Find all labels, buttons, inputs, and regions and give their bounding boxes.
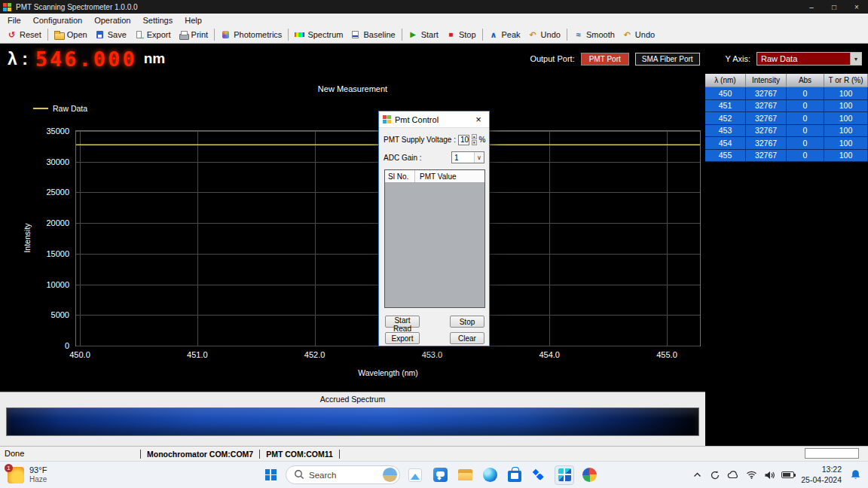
smooth-button[interactable]: Smooth: [570, 29, 619, 41]
com-status-panels: Monochromator COM:COM7 PMT COM:COM11: [140, 447, 340, 461]
taskbar-icon-spectrometer-app[interactable]: [579, 465, 599, 485]
spectrum-button[interactable]: Spectrum: [291, 29, 347, 41]
save-button[interactable]: Save: [91, 29, 130, 41]
adc-gain-dropdown[interactable]: 1: [451, 151, 484, 163]
reset-button[interactable]: Reset: [3, 29, 45, 41]
undo-icon: [622, 30, 632, 39]
y-axis-dropdown-value: Raw Data: [761, 54, 797, 63]
tray-volume-icon[interactable]: [763, 468, 776, 482]
dropbox-icon: [533, 469, 546, 481]
taskbar-icon-edge[interactable]: [480, 465, 500, 485]
pmt-com-status: PMT COM:COM11: [259, 450, 340, 459]
start-read-button[interactable]: Start Read: [385, 316, 420, 328]
column-header[interactable]: Abs: [787, 74, 824, 87]
chevron-down-icon[interactable]: [474, 152, 484, 163]
taskbar-icon-active-app[interactable]: [555, 465, 574, 485]
taskbar-icon-chat[interactable]: [430, 465, 450, 485]
menu-item-help[interactable]: Help: [179, 15, 208, 26]
tray-chevron-up-icon[interactable]: [690, 468, 704, 482]
stop-button[interactable]: Stop: [450, 316, 484, 328]
column-header[interactable]: T or R (%): [824, 74, 868, 87]
search-input[interactable]: Search: [286, 465, 400, 484]
table-row[interactable]: 454327670100: [705, 137, 868, 150]
y-axis-title: Intensity: [23, 223, 32, 252]
sma-fiber-port-button[interactable]: SMA Fiber Port: [635, 53, 700, 66]
taskbar-icon-dropbox[interactable]: [530, 465, 549, 485]
spectrometer-app-icon: [582, 468, 597, 482]
column-header[interactable]: λ (nm): [705, 74, 746, 87]
table-row[interactable]: 452327670100: [705, 112, 868, 125]
taskbar-clock[interactable]: 13:22 25-04-2024: [801, 465, 842, 484]
table-cell: 100: [824, 87, 868, 100]
y-tick-label: 10000: [46, 280, 69, 289]
chevron-down-icon[interactable]: [850, 53, 861, 65]
table-row[interactable]: 451327670100: [705, 100, 868, 113]
toolbar: ResetOpenSaveExportPrintPhotometricsSpec…: [0, 26, 868, 44]
wavelength-bar: λ : 546.000 nm Output Port: PMT Port SMA…: [0, 44, 868, 74]
clock-time: 13:22: [822, 465, 842, 474]
smooth-icon: [573, 30, 583, 39]
title-bar: PMT Scanning Spectrometer 1.0.0.0 – □ ×: [0, 0, 868, 14]
table-row[interactable]: 455327670100: [705, 150, 868, 163]
export-button[interactable]: Export: [385, 332, 420, 344]
menu-item-operation[interactable]: Operation: [88, 15, 136, 26]
stop-button[interactable]: Stop: [442, 29, 480, 41]
weather-widget[interactable]: 1 93°F Haze: [3, 462, 51, 488]
export-button[interactable]: Export: [130, 29, 175, 41]
x-tick-label: 450.0: [69, 350, 90, 359]
table-cell: 451: [705, 100, 746, 113]
clear-button[interactable]: Clear: [450, 332, 484, 344]
menu-item-settings[interactable]: Settings: [136, 15, 179, 26]
maximize-button[interactable]: □: [823, 0, 845, 14]
tray-sync-icon[interactable]: [708, 468, 722, 482]
dialog-close-icon[interactable]: ×: [472, 114, 485, 125]
pmt-value-column-header[interactable]: PMT Value: [415, 170, 484, 182]
photometrics-button[interactable]: Photometrics: [217, 29, 286, 41]
baseline-icon: [350, 30, 360, 39]
menu-item-file[interactable]: File: [2, 15, 27, 26]
pmt-value-list: Sl No. PMT Value: [384, 169, 485, 308]
print-button[interactable]: Print: [175, 29, 212, 41]
dialog-title-bar[interactable]: Pmt Control ×: [379, 111, 489, 128]
tray-wifi-icon[interactable]: [744, 468, 758, 482]
spinner-down-icon[interactable]: [472, 140, 476, 145]
start-button[interactable]: Start: [405, 29, 442, 41]
sl-no-column-header[interactable]: Sl No.: [385, 170, 415, 182]
stop-icon: [446, 30, 456, 39]
table-row[interactable]: 450327670100: [705, 87, 868, 100]
open-button[interactable]: Open: [50, 29, 91, 41]
peak-button[interactable]: Peak: [485, 29, 524, 41]
notification-bell-icon[interactable]: [848, 468, 862, 482]
screen: PMT Scanning Spectrometer 1.0.0.0 – □ × …: [0, 0, 868, 488]
chat-icon: [433, 468, 448, 482]
pmt-supply-voltage-row: PMT Supply Voltage : 10 %: [384, 134, 484, 145]
pmt-supply-voltage-input[interactable]: 10: [458, 135, 469, 145]
close-button[interactable]: ×: [845, 0, 868, 14]
menu-item-configuration[interactable]: Configuration: [27, 15, 88, 26]
x-axis-title: Wavelength (nm): [75, 368, 701, 377]
toolbar-button-label: Export: [147, 30, 171, 39]
legend-label: Raw Data: [53, 104, 87, 113]
undo-button[interactable]: Undo: [524, 29, 564, 41]
taskbar-icon-photos[interactable]: [405, 465, 425, 485]
minimize-button[interactable]: –: [800, 0, 823, 14]
table-cell: 100: [824, 150, 868, 163]
undo-button[interactable]: Undo: [619, 29, 659, 41]
pmt-port-button[interactable]: PMT Port: [581, 53, 629, 66]
tray-onedrive-icon[interactable]: [726, 468, 740, 482]
status-bar: Done Monochromator COM:COM7 PMT COM:COM1…: [0, 446, 868, 461]
table-row[interactable]: 453327670100: [705, 125, 868, 138]
column-header[interactable]: Intensity: [746, 74, 787, 87]
output-port-label: Output Port:: [530, 54, 574, 63]
y-axis-dropdown[interactable]: Raw Data: [756, 52, 862, 66]
toolbar-button-label: Undo: [541, 30, 561, 39]
taskbar-icon-file-explorer[interactable]: [455, 465, 475, 485]
spinner-up-icon[interactable]: [472, 134, 476, 139]
baseline-button[interactable]: Baseline: [347, 29, 399, 41]
weather-condition: Haze: [29, 475, 47, 484]
tray-battery-icon[interactable]: [781, 468, 794, 482]
voltage-spinner[interactable]: [472, 134, 476, 145]
chart-title: New Measurement: [0, 84, 705, 93]
taskbar-icon-store[interactable]: [505, 465, 524, 485]
start-button[interactable]: [261, 465, 280, 485]
